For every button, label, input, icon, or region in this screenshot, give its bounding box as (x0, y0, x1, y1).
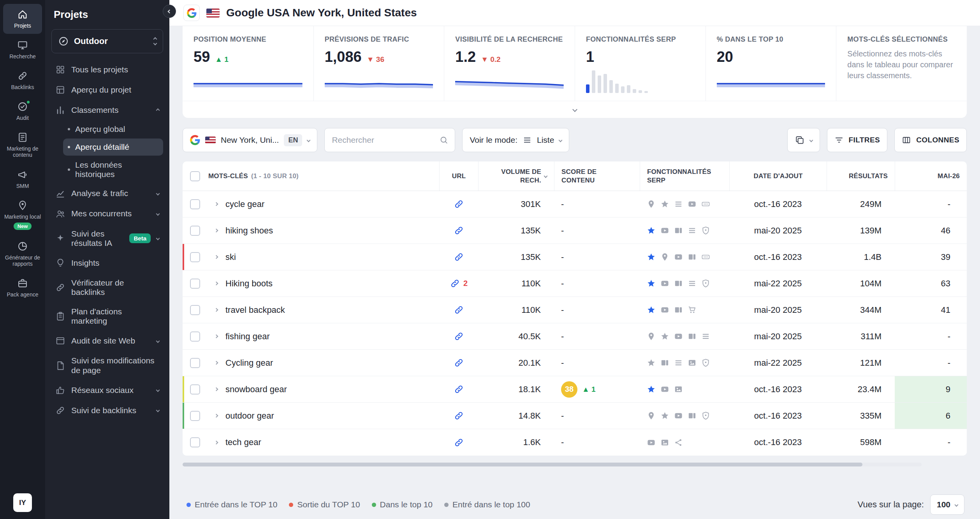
rail-item-recherche[interactable]: Recherche (3, 35, 42, 65)
sidebar-item-insights[interactable]: Insights (51, 253, 163, 273)
rail-item-pack-agence[interactable]: Pack agence (3, 273, 42, 303)
sidebar-item-label: Suivi des modifications de page (71, 356, 159, 375)
sidebar-subitem-donnees-historiques[interactable]: Les données historiques (63, 156, 163, 183)
column-header-score[interactable]: SCORE DE CONTENU (554, 161, 640, 191)
serp-video-icon (660, 279, 669, 288)
column-header-url[interactable]: URL (439, 161, 478, 191)
scrollbar-thumb[interactable] (183, 463, 862, 466)
metric-card[interactable]: % DANS LE TOP 1020 (706, 26, 836, 101)
sidebar-item-audit-site-web[interactable]: Audit de site Web (51, 331, 163, 351)
url-cell[interactable] (439, 323, 478, 349)
row-expander[interactable] (208, 191, 225, 217)
sidebar-item-suivi-backlinks[interactable]: Suivi de backlinks (51, 400, 163, 421)
filters-button[interactable]: FILTRES (827, 128, 888, 152)
page-size-select[interactable]: 100 (930, 494, 964, 515)
metric-card[interactable]: MOTS-CLÉS SÉLECTIONNÉSSélectionnez des m… (836, 26, 967, 101)
row-checkbox[interactable] (183, 217, 208, 244)
sidebar-item-suivi-modifications-page[interactable]: Suivi des modifications de page (51, 351, 163, 380)
sidebar-subitem-apercu-global[interactable]: Aperçu global (63, 121, 163, 138)
row-expander[interactable] (208, 429, 225, 456)
row-checkbox[interactable] (183, 376, 208, 402)
row-checkbox[interactable] (183, 270, 208, 296)
row-expander[interactable] (208, 403, 225, 429)
row-checkbox[interactable] (183, 323, 208, 349)
keyword-cell[interactable]: ski (225, 244, 439, 270)
url-cell[interactable] (439, 376, 478, 402)
url-cell[interactable] (439, 403, 478, 429)
column-header-volume[interactable]: VOLUME DE RECH. (478, 161, 554, 191)
column-header-serp[interactable]: FONCTIONNALITÉS SERP (640, 161, 729, 191)
row-checkbox[interactable] (183, 297, 208, 323)
keyword-cell[interactable]: tech gear (225, 429, 439, 456)
rail-item-backlinks[interactable]: Backlinks (3, 65, 42, 95)
sidebar-item-mes-concurrents[interactable]: Mes concurrents (51, 204, 163, 224)
metric-card[interactable]: FONCTIONNALITÉS SERP1 (575, 26, 706, 101)
rail-item-projets[interactable]: Projets (3, 4, 42, 34)
keyword-cell[interactable]: travel backpack (225, 297, 439, 323)
period-cell: 6 (895, 403, 967, 429)
column-header-period[interactable]: MAI-26 (895, 161, 967, 191)
url-cell[interactable] (439, 350, 478, 376)
table-row: outdoor gear14.8K-oct.-16 2023335M6 (183, 403, 967, 429)
us-flag-icon (205, 137, 216, 144)
row-checkbox[interactable] (183, 403, 208, 429)
sidebar-item-classements[interactable]: Classements (51, 100, 163, 120)
url-cell[interactable] (439, 217, 478, 244)
search-engine-selector[interactable]: New York, Uni... EN (183, 128, 317, 152)
keyword-cell[interactable]: outdoor gear (225, 403, 439, 429)
row-expander[interactable] (208, 323, 225, 349)
search-input[interactable] (332, 135, 434, 145)
keyword-cell[interactable]: hiking shoes (225, 217, 439, 244)
row-checkbox[interactable] (183, 350, 208, 376)
sidebar-item-suivi-resultats-ia[interactable]: Suivi des résultats IABeta (51, 224, 163, 253)
column-header-results[interactable]: RÉSULTATS (827, 161, 895, 191)
user-avatar[interactable]: IY (13, 493, 32, 512)
rail-item-generateur-rapports[interactable]: Générateur de rapports (3, 236, 42, 272)
keyword-search[interactable] (324, 128, 455, 152)
column-header-date[interactable]: DATE D'AJOUT (729, 161, 827, 191)
metrics-expand-strip[interactable] (183, 101, 967, 118)
rail-item-audit[interactable]: Audit (3, 96, 42, 126)
url-cell[interactable]: 2 (439, 270, 478, 296)
keyword-cell[interactable]: Cycling gear (225, 350, 439, 376)
sidebar-item-reseaux-sociaux[interactable]: Réseaux sociaux (51, 380, 163, 400)
metric-card[interactable]: POSITION MOYENNE59▲ 1 (183, 26, 313, 101)
url-cell[interactable] (439, 297, 478, 323)
keyword-cell[interactable]: fishing gear (225, 323, 439, 349)
keyword-cell[interactable]: Hiking boots (225, 270, 439, 296)
serp-carousel-icon (674, 226, 683, 235)
row-expander[interactable] (208, 217, 225, 244)
url-cell[interactable] (439, 244, 478, 270)
row-expander[interactable] (208, 244, 225, 270)
keyword-cell[interactable]: cycle gear (225, 191, 439, 217)
keyword-cell[interactable]: snowboard gear (225, 376, 439, 402)
url-cell[interactable] (439, 191, 478, 217)
column-header-keywords[interactable]: MOTS-CLÉS (1 - 10 SUR 10) (208, 161, 439, 191)
sidebar-subitem-apercu-detaille[interactable]: Aperçu détaillé (63, 139, 163, 156)
columns-button[interactable]: COLONNES (894, 128, 967, 152)
rail-item-smm[interactable]: SMM (3, 164, 42, 194)
row-expander[interactable] (208, 376, 225, 402)
sidebar-item-tous-les-projets[interactable]: Tous les projets (51, 60, 163, 80)
sidebar-collapse-button[interactable] (163, 5, 176, 18)
sidebar-item-analyse-trafic[interactable]: Analyse & trafic (51, 184, 163, 204)
rail-item-marketing-local[interactable]: Marketing localNew (3, 195, 42, 235)
row-checkbox[interactable] (183, 244, 208, 270)
sidebar-item-apercu-du-projet[interactable]: Aperçu du projet (51, 80, 163, 100)
rail-item-marketing-contenu[interactable]: Marketing de contenu (3, 127, 42, 163)
select-all-checkbox[interactable] (183, 161, 208, 191)
copy-dropdown-button[interactable] (787, 128, 820, 152)
row-checkbox[interactable] (183, 429, 208, 456)
project-selector[interactable]: Outdoor (51, 29, 163, 53)
metric-card[interactable]: PRÉVISIONS DE TRAFIC1,086▼ 36 (313, 26, 444, 101)
view-mode-selector[interactable]: Voir le mode: Liste (462, 128, 569, 152)
row-expander[interactable] (208, 350, 225, 376)
sidebar-item-plan-actions-marketing[interactable]: Plan d'actions marketing (51, 302, 163, 331)
metric-card[interactable]: VISIBILITÉ DE LA RECHERCHE1.2▼ 0.2 (444, 26, 575, 101)
sidebar-item-verificateur-backlinks[interactable]: Vérificateur de backlinks (51, 273, 163, 302)
row-checkbox[interactable] (183, 191, 208, 217)
url-cell[interactable] (439, 429, 478, 456)
horizontal-scrollbar[interactable] (183, 463, 922, 466)
row-expander[interactable] (208, 297, 225, 323)
row-expander[interactable] (208, 270, 225, 296)
